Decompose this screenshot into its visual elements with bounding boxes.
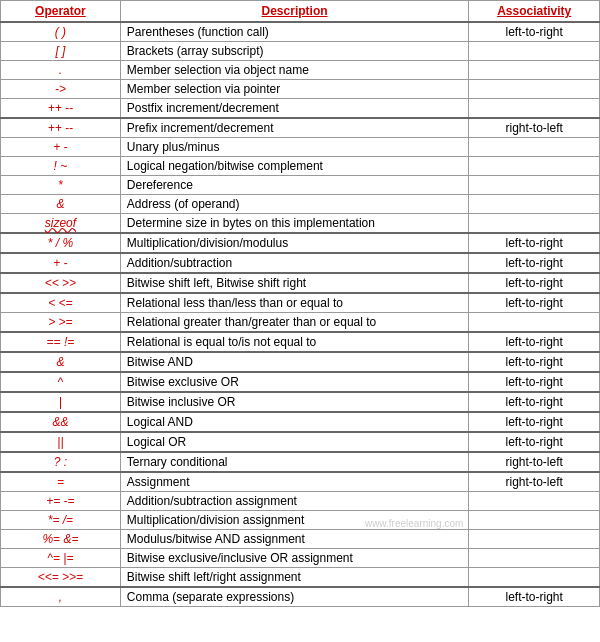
operator-cell: . xyxy=(1,61,121,80)
table-header: Operator Description Associativity xyxy=(1,1,600,23)
operator-cell: + - xyxy=(1,138,121,157)
operator-cell: , xyxy=(1,587,121,607)
associativity-cell xyxy=(469,492,600,511)
operator-cell: & xyxy=(1,352,121,372)
associativity-cell: left-to-right xyxy=(469,412,600,432)
table-row: ! ~Logical negation/bitwise complement xyxy=(1,157,600,176)
operator-cell: + - xyxy=(1,253,121,273)
header-associativity: Associativity xyxy=(469,1,600,23)
associativity-cell xyxy=(469,214,600,234)
table-row: < <=Relational less than/less than or eq… xyxy=(1,293,600,313)
operator-cell: << >> xyxy=(1,273,121,293)
description-cell: Relational less than/less than or equal … xyxy=(120,293,469,313)
description-cell: Determine size in bytes on this implemen… xyxy=(120,214,469,234)
associativity-cell: left-to-right xyxy=(469,372,600,392)
operator-cell: ++ -- xyxy=(1,99,121,119)
associativity-cell: left-to-right xyxy=(469,332,600,352)
table-row: ||Logical ORleft-to-right xyxy=(1,432,600,452)
operator-cell: = xyxy=(1,472,121,492)
associativity-cell: left-to-right xyxy=(469,293,600,313)
associativity-cell xyxy=(469,138,600,157)
operator-cell: ? : xyxy=(1,452,121,472)
description-cell: Comma (separate expressions) xyxy=(120,587,469,607)
table-row: > >=Relational greater than/greater than… xyxy=(1,313,600,333)
description-cell: Bitwise shift left, Bitwise shift right xyxy=(120,273,469,293)
associativity-cell xyxy=(469,176,600,195)
operator-cell: ^ xyxy=(1,372,121,392)
table-row: ->Member selection via pointer xyxy=(1,80,600,99)
associativity-cell xyxy=(469,568,600,588)
operator-cell: & xyxy=(1,195,121,214)
description-cell: Bitwise exclusive OR xyxy=(120,372,469,392)
description-cell: Modulus/bitwise AND assignment xyxy=(120,530,469,549)
associativity-cell: left-to-right xyxy=(469,273,600,293)
associativity-cell xyxy=(469,99,600,119)
description-cell: Parentheses (function call) xyxy=(120,22,469,42)
operator-cell: -> xyxy=(1,80,121,99)
description-cell: Logical negation/bitwise complement xyxy=(120,157,469,176)
table-row: ,Comma (separate expressions)left-to-rig… xyxy=(1,587,600,607)
associativity-cell xyxy=(469,157,600,176)
header-operator: Operator xyxy=(1,1,121,23)
description-cell: Assignment xyxy=(120,472,469,492)
description-cell: Logical AND xyxy=(120,412,469,432)
header-description: Description xyxy=(120,1,469,23)
table-row: |Bitwise inclusive ORleft-to-right xyxy=(1,392,600,412)
description-cell: Bitwise exclusive/inclusive OR assignmen… xyxy=(120,549,469,568)
associativity-cell: right-to-left xyxy=(469,472,600,492)
description-cell: Addition/subtraction xyxy=(120,253,469,273)
description-cell: Unary plus/minus xyxy=(120,138,469,157)
operator-cell: || xyxy=(1,432,121,452)
description-cell: Member selection via object name xyxy=(120,61,469,80)
description-cell: Prefix increment/decrement xyxy=(120,118,469,138)
operator-cell: * / % xyxy=(1,233,121,253)
description-cell: Addition/subtraction assignment xyxy=(120,492,469,511)
operator-cell: ++ -- xyxy=(1,118,121,138)
operator-cell: += -= xyxy=(1,492,121,511)
table-row: sizeofDetermine size in bytes on this im… xyxy=(1,214,600,234)
associativity-cell xyxy=(469,511,600,530)
table-row: &Address (of operand) xyxy=(1,195,600,214)
table-row: *= /=Multiplication/division assignmentw… xyxy=(1,511,600,530)
table-row: ^Bitwise exclusive ORleft-to-right xyxy=(1,372,600,392)
operator-cell: ^= |= xyxy=(1,549,121,568)
operator-cell: && xyxy=(1,412,121,432)
associativity-cell xyxy=(469,80,600,99)
operator-cell: [ ] xyxy=(1,42,121,61)
description-cell: Bitwise AND xyxy=(120,352,469,372)
table-row: .Member selection via object name xyxy=(1,61,600,80)
operator-cell: sizeof xyxy=(1,214,121,234)
table-row: * / %Multiplication/division/modulusleft… xyxy=(1,233,600,253)
associativity-cell xyxy=(469,195,600,214)
description-cell: Relational greater than/greater than or … xyxy=(120,313,469,333)
description-cell: Postfix increment/decrement xyxy=(120,99,469,119)
operator-cell: <<= >>= xyxy=(1,568,121,588)
table-row: <<= >>=Bitwise shift left/right assignme… xyxy=(1,568,600,588)
operator-table: Operator Description Associativity ( )Pa… xyxy=(0,0,600,607)
associativity-cell: right-to-left xyxy=(469,118,600,138)
associativity-cell xyxy=(469,313,600,333)
table-row: ( )Parentheses (function call)left-to-ri… xyxy=(1,22,600,42)
table-row: == !=Relational is equal to/is not equal… xyxy=(1,332,600,352)
table-row: + -Addition/subtractionleft-to-right xyxy=(1,253,600,273)
operator-cell: * xyxy=(1,176,121,195)
table-row: *Dereference xyxy=(1,176,600,195)
table-row: ++ --Postfix increment/decrement xyxy=(1,99,600,119)
operator-cell: == != xyxy=(1,332,121,352)
table-row: ? :Ternary conditionalright-to-left xyxy=(1,452,600,472)
associativity-cell: left-to-right xyxy=(469,587,600,607)
table-row: &Bitwise ANDleft-to-right xyxy=(1,352,600,372)
description-cell: Bitwise inclusive OR xyxy=(120,392,469,412)
description-cell: Brackets (array subscript) xyxy=(120,42,469,61)
associativity-cell: left-to-right xyxy=(469,253,600,273)
table-row: += -=Addition/subtraction assignment xyxy=(1,492,600,511)
associativity-cell: left-to-right xyxy=(469,233,600,253)
operator-cell: ! ~ xyxy=(1,157,121,176)
description-cell: Logical OR xyxy=(120,432,469,452)
associativity-cell: left-to-right xyxy=(469,432,600,452)
table-row: %= &=Modulus/bitwise AND assignment xyxy=(1,530,600,549)
description-cell: Relational is equal to/is not equal to xyxy=(120,332,469,352)
description-cell: Ternary conditional xyxy=(120,452,469,472)
associativity-cell: left-to-right xyxy=(469,352,600,372)
description-cell: Multiplication/division assignmentwww.fr… xyxy=(120,511,469,530)
